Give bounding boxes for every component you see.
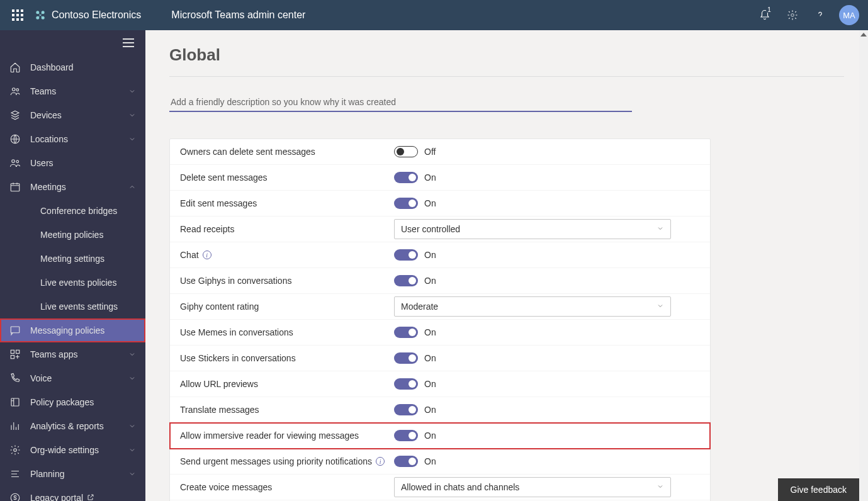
sidebar-item-label: Analytics & reports — [30, 421, 119, 431]
svg-rect-15 — [16, 350, 20, 353]
setting-row-chat: ChatiOn — [170, 242, 710, 268]
package-icon — [9, 397, 21, 408]
toggle-state-text: On — [424, 353, 436, 363]
setting-label: Giphy content rating — [180, 301, 394, 312]
sidebar-item-teams[interactable]: Teams — [0, 79, 145, 103]
setting-row-use-memes-in-conversations: Use Memes in conversationsOn — [170, 320, 710, 346]
brand[interactable]: Contoso Electronics — [34, 9, 141, 21]
sidebar-item-label: Dashboard — [30, 62, 119, 72]
chevron-down-icon — [128, 374, 137, 382]
sidebar-item-label: Users — [30, 158, 119, 168]
toggle-switch[interactable] — [394, 327, 418, 338]
chevron-down-icon — [657, 301, 664, 312]
toggle-switch[interactable] — [394, 378, 418, 390]
info-icon[interactable]: i — [203, 250, 211, 259]
chevron-down-icon — [128, 470, 137, 478]
skype-icon — [9, 492, 21, 501]
sidebar-item-org-wide-settings[interactable]: Org-wide settings — [0, 438, 145, 462]
select-dropdown[interactable]: Allowed in chats and channels — [394, 477, 671, 497]
toggle-switch[interactable] — [394, 275, 418, 286]
select-dropdown[interactable]: Moderate — [394, 296, 671, 317]
sidebar-item-locations[interactable]: Locations — [0, 127, 145, 151]
setting-row-send-urgent-messages-using-priority-notifications: Send urgent messages using priority noti… — [170, 449, 710, 475]
toggle-state-text: On — [424, 405, 436, 415]
brand-logo-icon — [34, 9, 47, 21]
sidebar-collapse-button[interactable] — [0, 30, 145, 55]
setting-row-edit-sent-messages: Edit sent messagesOn — [170, 191, 710, 217]
sidebar-item-analytics-reports[interactable]: Analytics & reports — [0, 414, 145, 438]
sidebar-item-label: Policy packages — [30, 397, 119, 407]
description-input[interactable] — [169, 93, 632, 112]
toggle-switch[interactable] — [394, 404, 418, 415]
toggle-switch[interactable] — [394, 430, 418, 441]
svg-point-7 — [13, 88, 16, 91]
svg-rect-12 — [11, 184, 20, 191]
sidebar-item-teams-apps[interactable]: Teams apps — [0, 342, 145, 366]
select-value: Moderate — [401, 301, 438, 312]
sidebar-item-devices[interactable]: Devices — [0, 103, 145, 127]
header-actions: 1 MA — [751, 0, 864, 30]
svg-rect-16 — [11, 356, 14, 359]
sidebar-subitem-live-events-policies[interactable]: Live events policies — [0, 271, 145, 295]
chevron-down-icon — [657, 482, 664, 492]
setting-label: Chati — [180, 250, 394, 260]
setting-label: Use Memes in conversations — [180, 327, 394, 337]
give-feedback-button[interactable]: Give feedback — [778, 478, 860, 501]
sidebar-item-label: Teams apps — [30, 349, 119, 359]
chevron-down-icon — [657, 224, 664, 234]
select-value: User controlled — [401, 224, 460, 234]
home-icon — [9, 62, 21, 73]
users-icon — [9, 157, 21, 169]
waffle-icon — [12, 9, 23, 21]
toggle-switch[interactable] — [394, 456, 418, 467]
hamburger-icon — [123, 38, 134, 47]
sidebar-subitem-live-events-settings[interactable]: Live events settings — [0, 295, 145, 318]
setting-row-use-giphys-in-conversations: Use Giphys in conversationsOn — [170, 268, 710, 294]
chevron-down-icon — [128, 351, 137, 358]
chevron-down-icon — [128, 111, 137, 119]
notifications-button[interactable]: 1 — [751, 0, 779, 30]
settings-button[interactable] — [779, 0, 806, 30]
sidebar-item-label: Locations — [30, 134, 119, 144]
sidebar-item-users[interactable]: Users — [0, 151, 145, 175]
sidebar-item-label: Messaging policies — [30, 325, 119, 335]
toggle-switch[interactable] — [394, 146, 418, 157]
sidebar-item-messaging-policies[interactable]: Messaging policies — [0, 318, 145, 342]
sidebar-item-voice[interactable]: Voice — [0, 366, 145, 390]
chevron-up-icon — [128, 183, 137, 191]
help-button[interactable] — [806, 0, 834, 30]
toggle-switch[interactable] — [394, 198, 418, 209]
setting-label: Allow URL previews — [180, 379, 394, 389]
sidebar-item-label: Legacy portal — [30, 493, 119, 501]
setting-row-owners-can-delete-sent-messages: Owners can delete sent messagesOff — [170, 139, 710, 165]
sidebar-item-label: Teams — [30, 86, 119, 96]
user-avatar[interactable]: MA — [839, 5, 859, 25]
toggle-switch[interactable] — [394, 352, 418, 364]
sidebar: DashboardTeamsDevicesLocationsUsersMeeti… — [0, 30, 145, 501]
sidebar-item-legacy-portal[interactable]: Legacy portal — [0, 486, 145, 501]
sidebar-item-planning[interactable]: Planning — [0, 462, 145, 486]
sidebar-item-dashboard[interactable]: Dashboard — [0, 55, 145, 79]
team-icon — [9, 86, 21, 97]
sidebar-subitem-meeting-policies[interactable]: Meeting policies — [0, 223, 145, 247]
info-icon[interactable]: i — [376, 457, 385, 466]
main-content: Global Owners can delete sent messagesOf… — [145, 30, 868, 501]
svg-rect-14 — [11, 350, 14, 353]
sidebar-subitem-meeting-settings[interactable]: Meeting settings — [0, 247, 145, 271]
toggle-state-text: On — [424, 379, 436, 389]
select-dropdown[interactable]: User controlled — [394, 219, 671, 239]
toggle-switch[interactable] — [394, 172, 418, 183]
sidebar-subitem-conference-bridges[interactable]: Conference bridges — [0, 199, 145, 223]
toggle-state-text: On — [424, 456, 436, 466]
app-title: Microsoft Teams admin center — [171, 9, 305, 21]
main-scrollbar[interactable] — [859, 30, 868, 501]
sidebar-item-label: Org-wide settings — [30, 445, 119, 455]
notification-badge: 1 — [766, 6, 772, 13]
setting-row-giphy-content-rating: Giphy content ratingModerate — [170, 294, 710, 320]
chevron-down-icon — [128, 422, 137, 430]
toggle-switch[interactable] — [394, 249, 418, 261]
help-icon — [814, 9, 826, 21]
sidebar-item-meetings[interactable]: Meetings — [0, 175, 145, 199]
sidebar-item-policy-packages[interactable]: Policy packages — [0, 390, 145, 414]
app-launcher-button[interactable] — [4, 0, 31, 30]
